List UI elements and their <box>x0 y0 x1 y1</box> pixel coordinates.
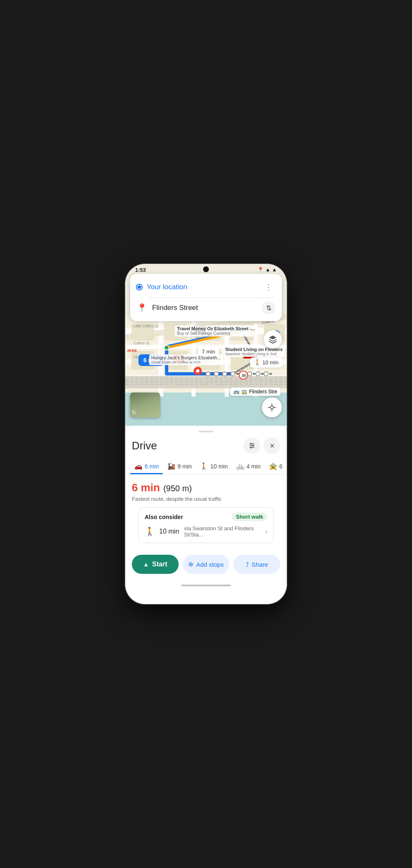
drag-handle[interactable] <box>199 431 213 432</box>
route-divider: ⋮ <box>137 295 275 300</box>
tab-drive[interactable]: 🚗 6 min <box>130 459 163 474</box>
my-location-button[interactable] <box>262 397 282 417</box>
close-button[interactable]: ✕ <box>264 437 280 454</box>
street-view-refresh-icon: ↻ <box>132 409 137 416</box>
svg-point-69 <box>250 443 252 444</box>
svg-text:Little Collins St: Little Collins St <box>133 324 158 328</box>
signal-icon: ▲ <box>272 267 277 273</box>
svg-point-61 <box>270 406 273 409</box>
svg-point-70 <box>252 445 254 446</box>
svg-point-35 <box>164 345 169 350</box>
svg-text:MONEY: MONEY <box>194 332 203 334</box>
svg-point-38 <box>214 372 218 376</box>
bottom-panel: Drive ✕ <box>125 426 287 604</box>
share-icon: ⤴ <box>246 561 249 568</box>
dots-icon: ⋮ <box>139 295 143 300</box>
svg-text:HJ'S: HJ'S <box>173 357 180 360</box>
consider-label: Also consider <box>145 514 183 520</box>
drive-tab-icon: 🚗 <box>134 462 143 470</box>
close-icon: ✕ <box>269 442 275 450</box>
consider-time: 10 min <box>159 528 180 535</box>
svg-text:30: 30 <box>242 373 246 378</box>
svg-point-44 <box>264 372 268 376</box>
filter-icon <box>248 442 256 449</box>
transit-tab-label: 9 min <box>177 463 191 470</box>
rideshare-tab-label: 6 <box>279 463 283 470</box>
destination-row[interactable]: 📍 Flinders Street ⇅ <box>137 301 275 315</box>
walk-tab-label: 10 min <box>210 463 228 470</box>
route-time: 6 min <box>132 481 160 494</box>
route-main: 6 min (950 m) <box>132 481 280 494</box>
also-consider-card[interactable]: Also consider Short walk 🚶 10 min via Sw… <box>138 507 274 543</box>
filter-button[interactable] <box>244 437 260 454</box>
drive-actions: ✕ <box>244 437 280 454</box>
route-description: Fastest route, despite the usual traffic <box>132 496 280 502</box>
more-menu-button[interactable]: ⋮ <box>262 280 275 294</box>
svg-point-28 <box>196 369 199 373</box>
consider-via-text: via Swanston St and Flinders St/Sta... <box>184 525 261 538</box>
svg-rect-4 <box>125 345 287 349</box>
origin-dot <box>137 285 142 290</box>
bike-tab-label: 4 min <box>247 463 261 470</box>
svg-point-43 <box>256 372 260 376</box>
tab-rideshare[interactable]: 🚖 6 <box>265 459 287 474</box>
svg-text:area: area <box>127 348 137 353</box>
svg-point-42 <box>247 372 252 376</box>
tab-transit[interactable]: 🚂 9 min <box>163 459 196 474</box>
svg-rect-22 <box>131 351 154 370</box>
svg-point-40 <box>231 372 235 376</box>
origin-row[interactable]: Your location ⋮ <box>137 280 275 294</box>
destination-text[interactable]: Flinders Street <box>152 304 257 312</box>
add-stops-icon: ⊕ <box>188 561 194 568</box>
consider-header: Also consider Short walk <box>145 512 267 521</box>
location-icon: 📍 <box>257 267 264 273</box>
origin-text[interactable]: Your location <box>147 283 257 291</box>
street-view-image: ↻ <box>130 393 160 417</box>
phone-screen: 1:53 📍 ▲ ▲ <box>125 264 287 604</box>
svg-rect-18 <box>165 324 187 341</box>
consider-row[interactable]: 🚶 10 min via Swanston St and Flinders St… <box>145 525 267 538</box>
svg-point-71 <box>250 447 252 448</box>
status-icons: 📍 ▲ ▲ <box>257 267 277 273</box>
search-divider-line <box>148 297 275 298</box>
transit-tab-icon: 🚂 <box>167 462 175 470</box>
add-stops-button[interactable]: ⊕ Add stops <box>183 555 230 574</box>
layers-icon <box>268 335 277 344</box>
svg-point-37 <box>206 372 210 376</box>
svg-point-39 <box>223 372 227 376</box>
wifi-icon: ▲ <box>265 267 270 273</box>
destination-pin-icon: 📍 <box>137 304 147 312</box>
layers-button[interactable] <box>264 330 282 349</box>
bike-tab-icon: 🚲 <box>236 462 245 470</box>
rideshare-tab-icon: 🚖 <box>269 462 277 470</box>
tab-walk[interactable]: 🚶 10 min <box>196 459 232 474</box>
svg-rect-24 <box>198 351 221 370</box>
walk-consider-icon: 🚶 <box>145 527 155 536</box>
crosshair-icon <box>267 403 276 412</box>
share-label: Share <box>252 561 268 568</box>
start-button[interactable]: ▲ Start <box>132 555 179 574</box>
share-button[interactable]: ⤴ Share <box>233 555 280 574</box>
svg-text:Flinders St: Flinders St <box>133 355 152 359</box>
status-bar: 1:53 📍 ▲ ▲ <box>125 264 287 276</box>
consider-chevron-icon: › <box>265 528 267 535</box>
svg-text:on2: on2 <box>244 353 248 356</box>
route-distance: (950 m) <box>163 484 192 493</box>
status-time: 1:53 <box>135 267 146 273</box>
drive-header: Drive ✕ <box>125 437 287 459</box>
drive-tab-label: 6 min <box>145 463 159 470</box>
action-buttons: ▲ Start ⊕ Add stops ⤴ Share <box>125 555 287 582</box>
tab-bike[interactable]: 🚲 4 min <box>232 459 265 474</box>
search-panel: Your location ⋮ ⋮ 📍 Flinders Street ⇅ <box>130 274 282 321</box>
home-indicator <box>181 585 231 586</box>
map-area: Little Collins St Collins St Flinders St… <box>125 264 287 426</box>
swap-button[interactable]: ⇅ <box>262 301 275 315</box>
walk-tab-icon: 🚶 <box>200 462 208 470</box>
svg-text:TRAVEL: TRAVEL <box>194 328 204 331</box>
add-stops-label: Add stops <box>196 561 224 568</box>
transport-tabs: 🚗 6 min 🚂 9 min 🚶 10 min 🚲 4 min 🚖 <box>125 459 287 475</box>
street-view-thumbnail[interactable]: ↻ <box>130 393 160 417</box>
svg-point-36 <box>239 329 244 334</box>
start-label: Start <box>152 561 167 568</box>
phone-frame: 1:53 📍 ▲ ▲ <box>125 264 287 604</box>
